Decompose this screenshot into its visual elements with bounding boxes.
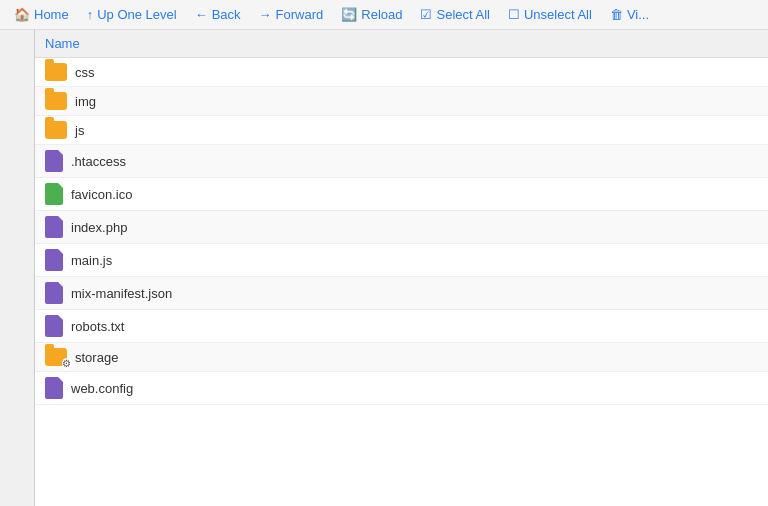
table-row[interactable]: css xyxy=(35,58,768,87)
file-name-label: mix-manifest.json xyxy=(71,286,172,301)
folder-icon xyxy=(45,92,67,110)
file-name-cell: storage xyxy=(35,343,768,372)
file-name-cell: css xyxy=(35,58,768,87)
file-purple-icon xyxy=(45,150,63,172)
folder-icon xyxy=(45,121,67,139)
file-purple-icon xyxy=(45,315,63,337)
forward-label: Forward xyxy=(276,7,324,22)
table-row[interactable]: favicon.ico xyxy=(35,178,768,211)
file-list-container: Name cssimgjs.htaccessfavicon.icoindex.p… xyxy=(35,30,768,506)
name-column-header: Name xyxy=(35,30,768,58)
up-one-level-button[interactable]: ↑ Up One Level xyxy=(79,4,185,25)
table-row[interactable]: js xyxy=(35,116,768,145)
reload-label: Reload xyxy=(361,7,402,22)
left-sidebar xyxy=(0,30,35,506)
table-row[interactable]: mix-manifest.json xyxy=(35,277,768,310)
file-green-icon xyxy=(45,183,63,205)
file-name-cell: index.php xyxy=(35,211,768,244)
trash-icon: 🗑 xyxy=(610,7,623,22)
unselect-all-button[interactable]: ☐ Unselect All xyxy=(500,4,600,25)
file-purple-icon xyxy=(45,216,63,238)
file-name-label: web.config xyxy=(71,381,133,396)
unselect-all-icon: ☐ xyxy=(508,7,520,22)
table-row[interactable]: storage xyxy=(35,343,768,372)
app-container: 🏠 Home ↑ Up One Level ← Back → Forward 🔄… xyxy=(0,0,768,506)
table-row[interactable]: .htaccess xyxy=(35,145,768,178)
file-name-label: storage xyxy=(75,350,118,365)
file-name-cell: js xyxy=(35,116,768,145)
file-name-label: css xyxy=(75,65,95,80)
select-all-icon: ☑ xyxy=(420,7,432,22)
file-name-label: index.php xyxy=(71,220,127,235)
table-row[interactable]: robots.txt xyxy=(35,310,768,343)
file-purple-icon xyxy=(45,282,63,304)
view-button[interactable]: 🗑 Vi... xyxy=(602,4,657,25)
file-name-cell: img xyxy=(35,87,768,116)
file-name-cell: robots.txt xyxy=(35,310,768,343)
file-name-cell: mix-manifest.json xyxy=(35,277,768,310)
folder-icon xyxy=(45,63,67,81)
home-icon: 🏠 xyxy=(14,7,30,22)
file-name-cell: web.config xyxy=(35,372,768,405)
file-name-label: .htaccess xyxy=(71,154,126,169)
unselect-all-label: Unselect All xyxy=(524,7,592,22)
file-name-cell: main.js xyxy=(35,244,768,277)
table-row[interactable]: img xyxy=(35,87,768,116)
select-all-label: Select All xyxy=(436,7,489,22)
up-label: Up One Level xyxy=(97,7,177,22)
view-label: Vi... xyxy=(627,7,649,22)
table-row[interactable]: web.config xyxy=(35,372,768,405)
file-name-label: robots.txt xyxy=(71,319,124,334)
back-label: Back xyxy=(212,7,241,22)
toolbar: 🏠 Home ↑ Up One Level ← Back → Forward 🔄… xyxy=(0,0,768,30)
file-name-cell: favicon.ico xyxy=(35,178,768,211)
file-name-label: js xyxy=(75,123,84,138)
table-header-row: Name xyxy=(35,30,768,58)
file-purple-icon xyxy=(45,377,63,399)
select-all-button[interactable]: ☑ Select All xyxy=(412,4,497,25)
table-row[interactable]: main.js xyxy=(35,244,768,277)
up-icon: ↑ xyxy=(87,7,94,22)
home-label: Home xyxy=(34,7,69,22)
forward-icon: → xyxy=(259,7,272,22)
reload-button[interactable]: 🔄 Reload xyxy=(333,4,410,25)
forward-button[interactable]: → Forward xyxy=(251,4,332,25)
folder-special-icon xyxy=(45,348,67,366)
back-button[interactable]: ← Back xyxy=(187,4,249,25)
file-table: Name cssimgjs.htaccessfavicon.icoindex.p… xyxy=(35,30,768,405)
file-name-cell: .htaccess xyxy=(35,145,768,178)
reload-icon: 🔄 xyxy=(341,7,357,22)
back-icon: ← xyxy=(195,7,208,22)
file-name-label: img xyxy=(75,94,96,109)
file-name-label: favicon.ico xyxy=(71,187,132,202)
file-purple-icon xyxy=(45,249,63,271)
table-row[interactable]: index.php xyxy=(35,211,768,244)
home-button[interactable]: 🏠 Home xyxy=(6,4,77,25)
file-name-label: main.js xyxy=(71,253,112,268)
